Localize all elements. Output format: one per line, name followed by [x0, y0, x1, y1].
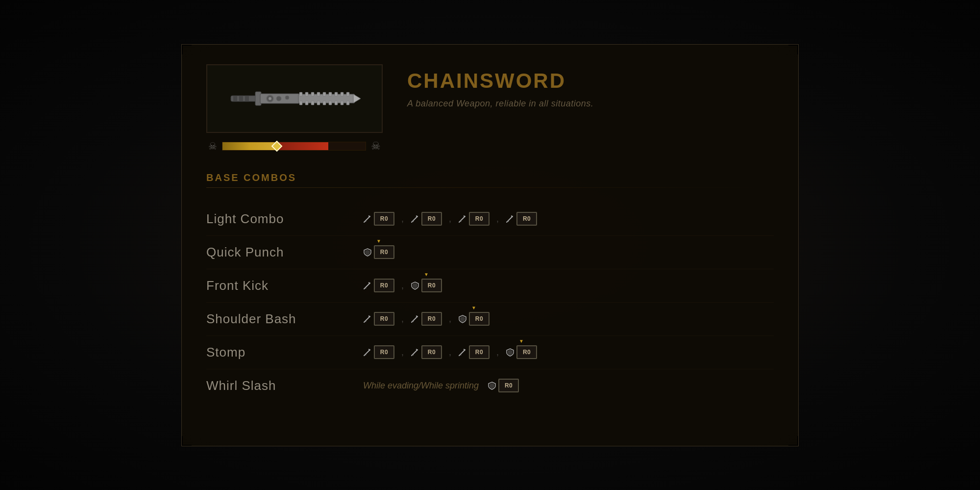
input-group: R0 [411, 312, 442, 326]
combo-row: Quick Punch R0 [206, 236, 774, 269]
combo-inputs: R0, R0, R0, R0 [363, 345, 537, 359]
combo-separator: , [449, 347, 451, 358]
input-group: R0 [411, 279, 442, 292]
combo-separator: , [401, 314, 404, 324]
combo-separator: , [449, 314, 451, 324]
combo-row: Light Combo R0, R0, R0, R0 [206, 203, 774, 236]
svg-rect-16 [329, 92, 332, 96]
top-section: ☠ ☠ CHAINSWORD A balanced Weapon, reliab… [206, 64, 774, 153]
svg-rect-12 [305, 92, 308, 96]
bar-red-fill [277, 142, 328, 150]
svg-line-42 [364, 283, 370, 289]
weapon-description: A balanced Weapon, reliable in all situa… [407, 99, 774, 109]
input-group: R0 [458, 212, 490, 226]
input-group: R0 [363, 212, 394, 226]
combo-separator: , [401, 214, 404, 224]
combo-row: Stomp R0, R0, R0, R0 [206, 336, 774, 369]
key-button: R0 [469, 345, 490, 359]
svg-line-30 [364, 216, 370, 222]
input-group: R0 [363, 312, 394, 326]
input-group: R0 [363, 279, 394, 292]
input-group: R0 [411, 345, 442, 359]
weapon-image [226, 79, 363, 118]
svg-rect-19 [346, 92, 349, 96]
combo-separator: , [496, 347, 499, 358]
combo-name: Stomp [206, 345, 343, 360]
combo-row: Front Kick R0, R0 [206, 269, 774, 303]
combo-row: Shoulder Bash R0, R0, R0 [206, 303, 774, 336]
svg-rect-17 [335, 92, 338, 96]
svg-rect-27 [341, 101, 343, 105]
svg-line-45 [364, 316, 370, 322]
combo-name: Whirl Slash [206, 378, 343, 393]
svg-rect-15 [323, 92, 326, 96]
key-button: R0 [516, 345, 537, 359]
input-group: R0 [506, 345, 537, 359]
combo-separator: , [401, 281, 404, 291]
input-group: R0 [363, 245, 394, 259]
weapon-info: CHAINSWORD A balanced Weapon, reliable i… [407, 64, 774, 153]
svg-rect-3 [245, 96, 249, 102]
svg-point-9 [285, 96, 289, 100]
svg-rect-2 [239, 96, 243, 102]
weapon-panel: ☠ ☠ CHAINSWORD A balanced Weapon, reliab… [181, 44, 799, 446]
health-bar-container: ☠ ☠ [206, 140, 383, 153]
key-button: R0 [421, 345, 442, 359]
key-button: R0 [374, 312, 394, 326]
input-group: R0 [506, 212, 537, 226]
svg-rect-25 [329, 101, 332, 105]
weapon-title: CHAINSWORD [407, 69, 774, 93]
combo-inputs: R0, R0, R0 [363, 312, 490, 326]
combo-separator: , [401, 347, 404, 358]
key-button: R0 [374, 245, 394, 259]
combo-separator: , [496, 214, 499, 224]
svg-rect-14 [317, 92, 320, 96]
corner-tl [182, 45, 192, 54]
input-group: R0 [411, 212, 442, 226]
input-group: R0 [458, 312, 490, 326]
input-group: R0 [458, 345, 490, 359]
svg-rect-20 [299, 101, 302, 105]
combo-inputs: R0, R0, R0, R0 [363, 212, 537, 226]
health-bar-track [222, 142, 366, 151]
svg-rect-1 [233, 96, 237, 102]
svg-rect-28 [346, 101, 349, 105]
corner-br [788, 436, 798, 446]
key-button: R0 [421, 312, 442, 326]
svg-line-36 [459, 216, 465, 222]
svg-line-48 [412, 316, 417, 322]
context-text: While evading/While sprinting [363, 381, 479, 391]
weapon-frame [206, 64, 383, 133]
svg-rect-18 [341, 92, 343, 96]
key-button: R0 [374, 279, 394, 292]
section-divider [206, 187, 774, 188]
combo-name: Light Combo [206, 211, 343, 227]
key-button: R0 [469, 312, 490, 326]
skull-right-icon: ☠ [371, 140, 381, 153]
svg-line-54 [412, 350, 417, 356]
combo-separator: , [449, 214, 451, 224]
weapon-image-box: ☠ ☠ [206, 64, 383, 153]
key-button: R0 [516, 212, 537, 226]
key-button: R0 [421, 279, 442, 292]
svg-line-51 [364, 350, 370, 356]
input-group: R0 [363, 345, 394, 359]
svg-rect-24 [323, 101, 326, 105]
input-group: R0 [488, 379, 519, 392]
corner-tr [788, 45, 798, 54]
combo-list: Light Combo R0, R0, R0, R0Quick Punch R0… [206, 203, 774, 402]
key-button: R0 [374, 212, 394, 226]
key-button: R0 [374, 345, 394, 359]
corner-bl [182, 436, 192, 446]
svg-rect-11 [299, 92, 302, 96]
combo-name: Front Kick [206, 278, 343, 293]
combo-name: Shoulder Bash [206, 311, 343, 327]
key-button: R0 [421, 212, 442, 226]
svg-point-7 [269, 97, 271, 100]
section-title-base-combos: BASE COMBOS [206, 172, 774, 183]
svg-point-8 [276, 96, 281, 101]
bar-gold-fill [222, 142, 277, 150]
combo-inputs: While evading/While sprinting R0 [363, 379, 519, 392]
base-combos-section: BASE COMBOS [206, 172, 774, 188]
svg-marker-29 [353, 94, 361, 103]
